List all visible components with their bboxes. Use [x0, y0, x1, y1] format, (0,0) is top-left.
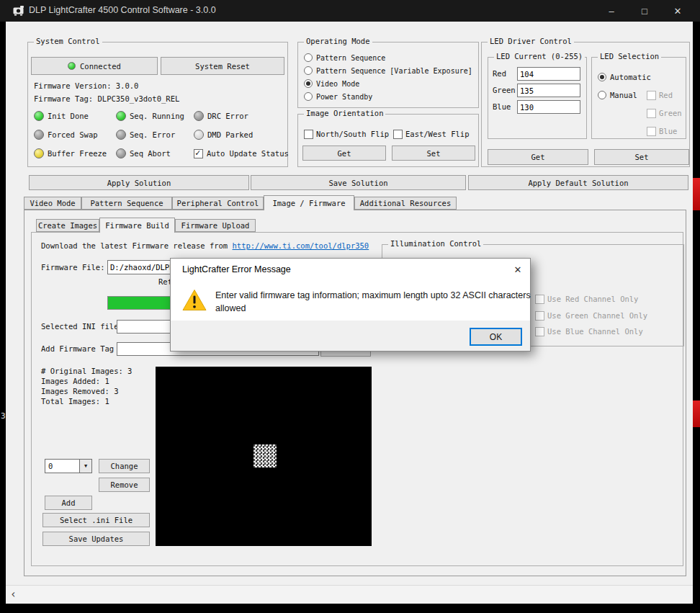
- blue-current-label: Blue: [493, 102, 511, 111]
- stat-images-added: Images Added: 1: [41, 377, 109, 385]
- save-solution-button[interactable]: Save Solution: [251, 175, 466, 190]
- select-ini-file-button[interactable]: Select .ini File: [42, 513, 150, 527]
- checkbox-icon: [393, 130, 403, 139]
- indicator-seq-running: Seq. Running: [116, 110, 184, 122]
- checkbox-icon: [304, 130, 313, 139]
- close-icon[interactable]: ✕: [661, 0, 694, 22]
- download-text: Download the latest Firmware release fro…: [41, 241, 369, 250]
- checkbox-use-blue-only: Use Blue Channel Only: [535, 326, 643, 337]
- connection-status-icon: [68, 62, 76, 70]
- left-edge-text: 3: [1, 411, 6, 421]
- firmware-file-label: Firmware File:: [41, 263, 105, 272]
- window-titlebar: DLP LightCrafter 4500 Control Software -…: [0, 0, 700, 22]
- led-set-button[interactable]: Set: [594, 149, 689, 165]
- radio-automatic[interactable]: Automatic: [598, 71, 651, 83]
- change-button[interactable]: Change: [99, 459, 150, 473]
- radio-icon: [598, 91, 606, 99]
- checkbox-icon: [647, 91, 656, 100]
- save-updates-button[interactable]: Save Updates: [42, 532, 150, 546]
- window-title: DLP LightCrafter 4500 Control Software -…: [29, 5, 216, 15]
- checkbox-green-channel: Green: [647, 107, 682, 119]
- group-label: System Control: [34, 37, 102, 45]
- checkbox-use-red-only: Use Red Channel Only: [535, 293, 638, 305]
- dialog-title: LightCrafter Error Message: [171, 259, 530, 280]
- led-icon: [194, 130, 204, 140]
- firmware-tag-text: Firmware Tag: DLPC350_v3dot0_REL: [34, 94, 179, 103]
- image-index-select[interactable]: 0 ▼: [45, 459, 92, 473]
- orientation-set-button[interactable]: Set: [392, 146, 475, 161]
- checkbox-north-south-flip[interactable]: North/South Flip: [304, 128, 389, 140]
- tab-create-images[interactable]: Create Images: [36, 219, 99, 232]
- checkbox-use-green-only: Use Green Channel Only: [535, 310, 647, 321]
- maximize-icon[interactable]: □: [628, 0, 661, 22]
- checkbox-auto-update-status[interactable]: ✓ Auto Update Status: [194, 148, 289, 159]
- tab-image-firmware[interactable]: Image / Firmware: [264, 195, 354, 210]
- indicator-drc-error: DRC Error: [194, 110, 248, 122]
- stat-original-images: # Original Images: 3: [41, 367, 132, 375]
- add-button[interactable]: Add: [45, 496, 92, 510]
- red-current-label: Red: [493, 69, 506, 78]
- selected-ini-label: Selected INI file: [41, 322, 118, 331]
- checkbox-east-west-flip[interactable]: East/West Flip: [393, 128, 470, 140]
- led-icon: [116, 130, 126, 140]
- horizontal-scrollbar[interactable]: ‹: [6, 585, 693, 604]
- led-icon: [194, 111, 204, 121]
- image-preview: [156, 367, 372, 546]
- led-current-group: LED Current (0-255) Red Green Blue: [488, 57, 587, 139]
- tab-firmware-build[interactable]: Firmware Build: [99, 218, 175, 233]
- red-edge-marker-bottom: [693, 401, 700, 427]
- tab-peripheral-control[interactable]: Peripheral Control: [172, 197, 264, 210]
- indicator-init-done: Init Done: [34, 110, 89, 122]
- tab-additional-resources[interactable]: Additional Resources: [354, 197, 457, 210]
- led-driver-control-group: LED Driver Control LED Current (0-255) R…: [481, 42, 690, 167]
- checkbox-icon: ✓: [194, 149, 203, 158]
- operating-mode-group: Operating Mode Pattern Sequence Pattern …: [297, 42, 479, 108]
- add-firmware-tag-label: Add Firmware Tag: [41, 344, 114, 353]
- tab-video-mode[interactable]: Video Mode: [24, 197, 81, 210]
- indicator-forced-swap: Forced Swap: [34, 129, 98, 140]
- led-icon: [34, 148, 44, 158]
- download-link[interactable]: http://www.ti.com/tool/dlpr350: [233, 241, 369, 250]
- warning-icon: [182, 289, 207, 313]
- desktop: DLP LightCrafter 4500 Control Software -…: [0, 0, 700, 613]
- scroll-left-icon[interactable]: ‹: [10, 588, 17, 601]
- group-label: Illumination Control: [388, 239, 483, 248]
- green-current-input[interactable]: [517, 84, 580, 97]
- red-current-input[interactable]: [517, 67, 580, 81]
- dropdown-arrow-icon[interactable]: ▼: [79, 460, 91, 473]
- group-label: LED Driver Control: [488, 37, 574, 45]
- checkbox-icon: [535, 311, 544, 321]
- stat-images-removed: Images Removed: 3: [41, 387, 118, 395]
- radio-power-standby[interactable]: Power Standby: [304, 91, 372, 102]
- blue-current-input[interactable]: [517, 100, 580, 114]
- radio-pattern-sequence-variable[interactable]: Pattern Sequence [Variable Exposure]: [304, 65, 472, 76]
- led-icon: [116, 148, 126, 158]
- tab-firmware-upload[interactable]: Firmware Upload: [175, 219, 256, 232]
- check-icon: ✓: [195, 148, 200, 158]
- radio-icon: [304, 66, 313, 75]
- radio-video-mode[interactable]: Video Mode: [304, 78, 359, 89]
- group-label: Operating Mode: [304, 37, 372, 45]
- radio-pattern-sequence[interactable]: Pattern Sequence: [304, 52, 385, 63]
- led-get-button[interactable]: Get: [488, 149, 588, 165]
- indicator-seq-error: Seq. Error: [116, 129, 175, 140]
- apply-default-solution-button[interactable]: Apply Default Solution: [468, 175, 688, 190]
- checkbox-icon: [647, 109, 656, 118]
- checkbox-blue-channel: Blue: [647, 125, 677, 137]
- minimize-icon[interactable]: –: [595, 0, 628, 22]
- apply-solution-button[interactable]: Apply Solution: [29, 175, 249, 190]
- system-reset-button[interactable]: System Reset: [161, 57, 284, 75]
- radio-manual[interactable]: Manual: [598, 89, 637, 101]
- system-control-group: System Control Connected System Reset Fi…: [27, 42, 288, 167]
- dialog-close-icon[interactable]: ✕: [506, 259, 530, 280]
- checkbox-red-channel: Red: [647, 89, 673, 101]
- led-selection-group: LED Selection Automatic Manual Red Green…: [591, 57, 686, 139]
- connected-button[interactable]: Connected: [31, 57, 158, 75]
- tab-pattern-sequence[interactable]: Pattern Sequence: [81, 197, 172, 210]
- app-icon: [13, 5, 25, 17]
- radio-icon: [304, 79, 313, 88]
- error-dialog: LightCrafter Error Message ✕ Enter valid…: [170, 258, 531, 352]
- dialog-ok-button[interactable]: OK: [470, 328, 522, 346]
- orientation-get-button[interactable]: Get: [302, 146, 386, 161]
- remove-button[interactable]: Remove: [99, 478, 150, 492]
